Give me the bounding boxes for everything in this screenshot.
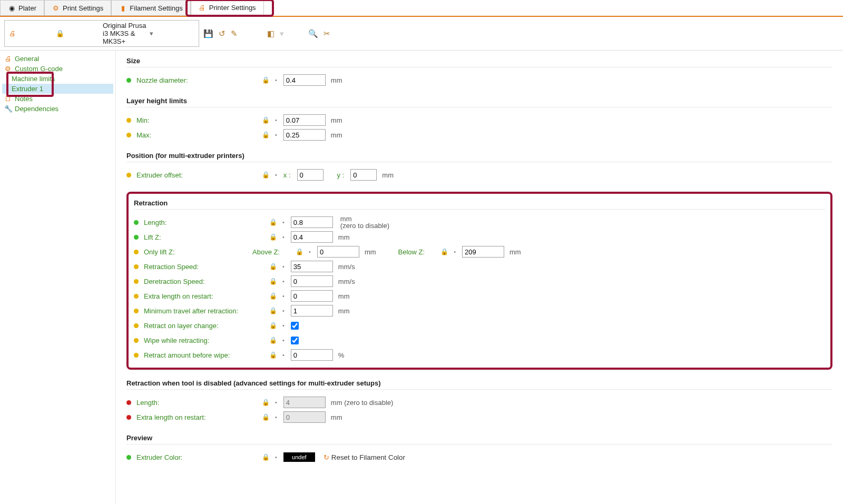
extra-length-input[interactable] bbox=[291, 290, 333, 302]
min-travel-input[interactable] bbox=[291, 305, 333, 317]
brush-icon[interactable]: ✎ bbox=[230, 28, 239, 39]
below-label: Below Z: bbox=[398, 248, 425, 256]
tree-extruder-1[interactable]: Extruder 1 bbox=[2, 84, 113, 94]
field-label: Lift Z: bbox=[144, 233, 265, 241]
lock-icon[interactable]: 🔒 bbox=[440, 248, 448, 255]
lock-icon[interactable]: 🔒 bbox=[269, 322, 277, 329]
bullet-icon: • bbox=[282, 352, 285, 358]
status-dot bbox=[134, 235, 139, 240]
tree-dependencies[interactable]: 🔧Dependencies bbox=[2, 104, 113, 114]
bullet-icon: • bbox=[275, 132, 277, 138]
lock-icon[interactable]: 🔒 bbox=[269, 337, 277, 344]
lock-icon[interactable]: 🔒 bbox=[262, 116, 270, 124]
offset-x-input[interactable] bbox=[297, 169, 324, 181]
tree-notes[interactable]: 🗒Notes bbox=[2, 94, 113, 104]
preset-name: Original Prusa i3 MK3S & MK3S+ bbox=[103, 22, 148, 45]
wrench-icon: 🔧 bbox=[4, 105, 12, 113]
color-swatch[interactable]: undef bbox=[283, 452, 315, 462]
tree-gcode[interactable]: ⚙Custom G-code bbox=[2, 64, 113, 74]
below-z-input[interactable] bbox=[462, 246, 504, 258]
lock-icon[interactable]: 🔒 bbox=[269, 292, 277, 300]
lock-icon[interactable]: 🔒 bbox=[269, 307, 277, 314]
tab-label: Filament Settings bbox=[130, 4, 182, 12]
tree-machine-limits[interactable]: Machine limits bbox=[2, 74, 113, 84]
bullet-icon: • bbox=[282, 234, 285, 240]
lock-icon[interactable]: 🔒 bbox=[269, 233, 277, 241]
status-dot bbox=[126, 173, 131, 177]
lock-icon[interactable]: 🔒 bbox=[269, 278, 277, 285]
deretraction-speed-input[interactable] bbox=[291, 275, 333, 287]
row-retract-layer-change: Retract on layer change: 🔒• bbox=[134, 318, 825, 333]
retract-layer-change-checkbox[interactable] bbox=[291, 322, 299, 330]
unit-label: mm bbox=[509, 248, 521, 256]
lock-icon: 🔒 bbox=[56, 29, 101, 37]
lock-icon[interactable]: 🔒 bbox=[269, 219, 277, 226]
wipe-checkbox[interactable] bbox=[291, 337, 299, 344]
disabled-length-input bbox=[283, 397, 326, 408]
tab-print-settings[interactable]: ⚙Print Settings bbox=[44, 0, 111, 16]
bullet-icon: • bbox=[275, 414, 277, 420]
chevron-down-icon: ▾ bbox=[150, 29, 194, 37]
row-only-lift-z: Only lift Z: Above Z: 🔒• mm Below Z: 🔒• … bbox=[134, 244, 825, 259]
preset-toolbar: 🖨 🔒 Original Prusa i3 MK3S & MK3S+ ▾ 💾 ↺… bbox=[0, 17, 843, 51]
reset-icon[interactable]: ↺ bbox=[218, 28, 227, 39]
lock-icon[interactable]: 🔒 bbox=[262, 413, 270, 421]
save-icon[interactable]: 💾 bbox=[202, 28, 214, 39]
field-label: Extruder Color: bbox=[136, 453, 258, 461]
search-icon[interactable]: 🔍 bbox=[307, 28, 319, 39]
row-nozzle-diameter: Nozzle diameter: 🔒• mm bbox=[126, 73, 832, 87]
tree-label: Custom G-code bbox=[15, 65, 63, 73]
unit-label: mm bbox=[338, 233, 350, 241]
bullet-icon: • bbox=[275, 399, 277, 406]
gear-icon: ⚙ bbox=[52, 4, 60, 12]
field-label: Retraction Speed: bbox=[144, 263, 265, 271]
lock-icon[interactable]: 🔒 bbox=[262, 76, 270, 84]
tree-general[interactable]: 🖨General bbox=[2, 54, 113, 64]
bullet-icon: • bbox=[454, 249, 456, 255]
field-label: Extra length on restart: bbox=[136, 413, 258, 421]
section-title: Preview bbox=[126, 434, 832, 444]
retraction-speed-input[interactable] bbox=[291, 261, 333, 272]
row-retract-before-wipe: Retract amount before wipe: 🔒• % bbox=[134, 348, 825, 362]
status-dot bbox=[134, 323, 139, 328]
nozzle-diameter-input[interactable] bbox=[283, 74, 326, 86]
before-wipe-input[interactable] bbox=[291, 349, 333, 361]
retraction-length-input[interactable] bbox=[291, 216, 333, 228]
lock-icon[interactable]: 🔒 bbox=[262, 453, 270, 461]
compare-icon[interactable]: ◧ bbox=[266, 28, 276, 39]
reset-label: Reset to Filament Color bbox=[331, 453, 405, 461]
tab-printer-settings[interactable]: 🖨Printer Settings bbox=[191, 0, 264, 16]
tab-label: Printer Settings bbox=[209, 4, 256, 12]
status-dot bbox=[134, 309, 139, 313]
status-dot bbox=[126, 455, 131, 460]
lock-icon[interactable]: 🔒 bbox=[269, 263, 277, 270]
unit-label: mm (zero to disable) bbox=[331, 399, 393, 407]
section-position: Position (for multi-extruder printers) E… bbox=[126, 152, 832, 182]
tools-icon[interactable]: ✂ bbox=[322, 28, 331, 39]
lock-icon[interactable]: 🔒 bbox=[262, 171, 270, 179]
above-label: Above Z: bbox=[252, 248, 280, 256]
tab-label: Print Settings bbox=[63, 4, 103, 12]
field-label: Wipe while retracting: bbox=[144, 337, 265, 344]
printer-small-icon: 🖨 bbox=[9, 29, 54, 37]
tree-label: Dependencies bbox=[15, 105, 58, 113]
lock-icon[interactable]: 🔒 bbox=[296, 248, 303, 255]
lock-icon[interactable]: 🔒 bbox=[269, 351, 277, 359]
tree-label: Extruder 1 bbox=[12, 85, 43, 93]
tab-filament-settings[interactable]: ▮Filament Settings bbox=[111, 0, 190, 16]
lock-icon[interactable]: 🔒 bbox=[262, 131, 270, 139]
offset-y-input[interactable] bbox=[350, 169, 377, 181]
row-lift-z: Lift Z: 🔒• mm bbox=[134, 230, 825, 244]
preset-dropdown[interactable]: 🖨 🔒 Original Prusa i3 MK3S & MK3S+ ▾ bbox=[4, 20, 199, 47]
above-z-input[interactable] bbox=[317, 246, 359, 258]
row-disabled-length: Length: 🔒• mm (zero to disable) bbox=[126, 395, 832, 410]
lock-icon[interactable]: 🔒 bbox=[262, 399, 270, 406]
section-retraction-disabled: Retraction when tool is disabled (advanc… bbox=[126, 379, 832, 424]
reset-color-button[interactable]: Reset to Filament Color bbox=[324, 453, 405, 461]
row-deretraction-speed: Deretraction Speed: 🔒• mm/s bbox=[134, 274, 825, 289]
lift-z-input[interactable] bbox=[291, 231, 333, 243]
status-dot bbox=[126, 415, 131, 420]
tab-plater[interactable]: ◉Plater bbox=[0, 0, 44, 16]
layer-max-input[interactable] bbox=[283, 129, 326, 141]
layer-min-input[interactable] bbox=[283, 114, 326, 126]
